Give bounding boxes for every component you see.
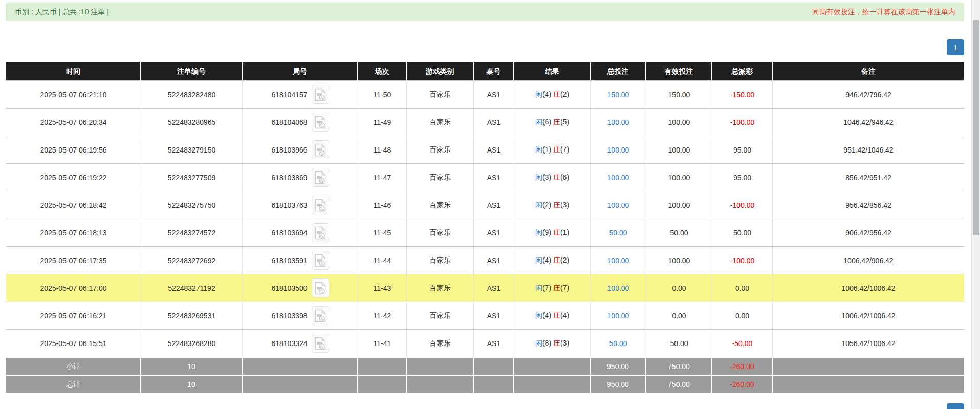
game-id-value: 618104157 bbox=[271, 91, 307, 99]
cell-game-id: 618104068 bbox=[243, 108, 358, 136]
footer-cell-empty bbox=[773, 375, 964, 393]
total-bet-link[interactable]: 100.00 bbox=[607, 284, 629, 292]
total-bet-link[interactable]: 100.00 bbox=[607, 118, 629, 126]
table-footer: 小计10950.00750.00-260.00总计10950.00750.00-… bbox=[6, 357, 964, 393]
cell-table-no: AS1 bbox=[474, 136, 514, 163]
cell-table-no: AS1 bbox=[474, 191, 514, 219]
cell-game-id: 618103398 bbox=[243, 302, 358, 329]
result-banker-link[interactable]: 庄 bbox=[553, 228, 560, 236]
video-replay-button[interactable] bbox=[312, 278, 329, 297]
bet-records-table: 时间注单编号局号场次游戏类别桌号结果总投注有效投注总派彩备注 2025-05-0… bbox=[6, 62, 964, 393]
total-bet-link[interactable]: 100.00 bbox=[607, 174, 629, 182]
result-player-link[interactable]: 闲 bbox=[535, 311, 542, 319]
total-bet-link[interactable]: 100.00 bbox=[607, 201, 629, 209]
game-id-value: 618103694 bbox=[271, 229, 307, 237]
cell-result: 闲(3) 庄(6) bbox=[514, 163, 591, 191]
cell-time: 2025-05-07 06:17:00 bbox=[6, 274, 141, 302]
result-player-score: (4) bbox=[542, 90, 553, 98]
video-replay-button[interactable] bbox=[312, 113, 329, 132]
result-player-link[interactable]: 闲 bbox=[535, 339, 542, 347]
pagination-page-1-top[interactable]: 1 bbox=[947, 39, 964, 55]
vertical-scrollbar[interactable] bbox=[971, 0, 980, 409]
valid-bet-warning-text: 同局有效投注，统一计算在该局第一张注单内 bbox=[812, 8, 955, 17]
result-banker-link[interactable]: 庄 bbox=[553, 90, 560, 98]
result-player-link[interactable]: 闲 bbox=[535, 90, 542, 98]
result-banker-link[interactable]: 庄 bbox=[553, 339, 560, 347]
video-replay-button[interactable] bbox=[312, 196, 329, 214]
result-player-score: (2) bbox=[542, 201, 553, 209]
footer-cell-empty bbox=[514, 357, 591, 375]
video-replay-button[interactable] bbox=[312, 306, 329, 325]
result-banker-link[interactable]: 庄 bbox=[553, 145, 560, 154]
table-row: 2025-05-07 06:18:42522483275750618103763… bbox=[6, 191, 964, 219]
pagination-page-1-bottom[interactable]: 1 bbox=[947, 403, 964, 409]
cell-remark: 956.42/856.42 bbox=[773, 191, 964, 219]
total-bet-link[interactable]: 50.00 bbox=[609, 229, 627, 237]
video-replay-button[interactable] bbox=[312, 334, 329, 353]
video-replay-button[interactable] bbox=[312, 223, 329, 242]
result-banker-link[interactable]: 庄 bbox=[553, 311, 560, 319]
cell-game-type: 百家乐 bbox=[407, 246, 474, 274]
cell-session: 11-44 bbox=[358, 246, 407, 274]
cell-time: 2025-05-07 06:15:51 bbox=[6, 329, 141, 357]
cell-game-type: 百家乐 bbox=[407, 136, 474, 163]
cell-time: 2025-05-07 06:17:35 bbox=[6, 246, 141, 274]
total-bet-link[interactable]: 50.00 bbox=[609, 339, 627, 348]
result-player-link[interactable]: 闲 bbox=[535, 173, 542, 181]
video-replay-button[interactable] bbox=[312, 251, 329, 270]
cell-bet-id: 522483275750 bbox=[141, 191, 243, 219]
result-player-score: (1) bbox=[542, 145, 553, 154]
total-bet-link[interactable]: 100.00 bbox=[607, 312, 629, 320]
video-replay-icon bbox=[315, 171, 326, 184]
result-player-link[interactable]: 闲 bbox=[535, 284, 542, 292]
game-id-wrap: 618103500 bbox=[271, 278, 329, 297]
game-id-wrap: 618103966 bbox=[271, 140, 329, 159]
result-player-link[interactable]: 闲 bbox=[535, 145, 542, 154]
video-replay-icon bbox=[315, 88, 326, 101]
video-replay-button[interactable] bbox=[312, 85, 329, 104]
total-bet-link[interactable]: 100.00 bbox=[607, 256, 629, 265]
result-player-score: (3) bbox=[542, 173, 553, 181]
cell-valid-bet: 50.00 bbox=[646, 219, 712, 246]
result-banker-link[interactable]: 庄 bbox=[553, 173, 560, 181]
cell-game-id: 618103591 bbox=[243, 246, 358, 274]
game-id-value: 618103591 bbox=[271, 256, 307, 265]
cell-result: 闲(4) 庄(2) bbox=[514, 80, 591, 108]
cell-payout: 95.00 bbox=[712, 136, 773, 163]
table-row: 2025-05-07 06:17:00522483271192618103500… bbox=[6, 274, 964, 302]
cell-remark: 906.42/956.42 bbox=[773, 219, 964, 246]
cell-game-id: 618103966 bbox=[243, 136, 358, 163]
table-row: 2025-05-07 06:18:13522483274572618103694… bbox=[6, 219, 964, 246]
footer-cell-empty bbox=[243, 375, 358, 393]
total-bet-link[interactable]: 100.00 bbox=[607, 146, 629, 154]
result-banker-link[interactable]: 庄 bbox=[553, 201, 560, 209]
result-player-link[interactable]: 闲 bbox=[535, 256, 542, 264]
column-header: 桌号 bbox=[474, 62, 514, 80]
table-header-row: 时间注单编号局号场次游戏类别桌号结果总投注有效投注总派彩备注 bbox=[6, 62, 964, 80]
cell-bet-id: 522483271192 bbox=[141, 274, 243, 302]
result-player-link[interactable]: 闲 bbox=[535, 228, 542, 236]
cell-valid-bet: 100.00 bbox=[646, 163, 712, 191]
result-player-link[interactable]: 闲 bbox=[535, 118, 542, 126]
cell-valid-bet: 0.00 bbox=[646, 302, 712, 329]
result-banker-link[interactable]: 庄 bbox=[553, 284, 560, 292]
video-replay-icon bbox=[315, 143, 326, 157]
result-banker-score: (3) bbox=[560, 201, 569, 209]
result-player-score: (8) bbox=[542, 339, 553, 347]
cell-remark: 951.42/1046.42 bbox=[773, 136, 964, 163]
total-bet-link[interactable]: 150.00 bbox=[607, 91, 629, 99]
cell-table-no: AS1 bbox=[474, 246, 514, 274]
result-player-link[interactable]: 闲 bbox=[535, 201, 542, 209]
result-banker-link[interactable]: 庄 bbox=[553, 256, 560, 264]
scrollbar-thumb[interactable] bbox=[973, 20, 979, 235]
footer-cell-valid-bet: 750.00 bbox=[646, 375, 712, 393]
result-banker-link[interactable]: 庄 bbox=[553, 118, 560, 126]
cell-remark: 1006.42/1006.42 bbox=[773, 274, 964, 302]
video-replay-button[interactable] bbox=[312, 168, 329, 187]
cell-payout: 0.00 bbox=[712, 274, 773, 302]
cell-total-bet: 50.00 bbox=[591, 219, 646, 246]
cell-remark: 946.42/796.42 bbox=[773, 80, 964, 108]
cell-table-no: AS1 bbox=[474, 302, 514, 329]
cell-table-no: AS1 bbox=[474, 274, 514, 302]
video-replay-button[interactable] bbox=[312, 140, 329, 159]
